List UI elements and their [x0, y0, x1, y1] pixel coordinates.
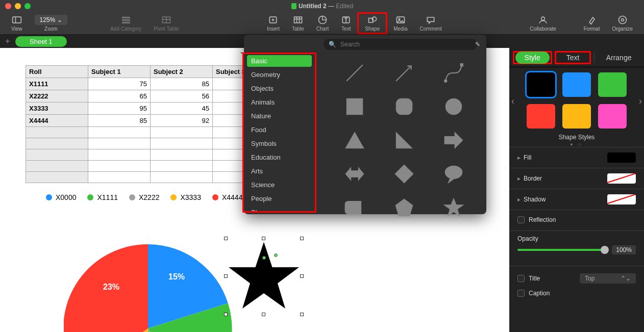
- shape-line[interactable]: [331, 57, 378, 89]
- shadow-row[interactable]: Shadow: [509, 189, 644, 210]
- shape-category-item[interactable]: People: [244, 192, 315, 206]
- shape-arrow[interactable]: [430, 124, 477, 156]
- next-style-icon[interactable]: ›: [639, 96, 642, 107]
- shape-right-triangle[interactable]: [380, 124, 428, 156]
- svg-point-33: [445, 98, 462, 115]
- shape-circle[interactable]: [430, 91, 477, 122]
- style-swatch[interactable]: [562, 72, 591, 97]
- shape-category-item[interactable]: Nature: [244, 109, 315, 123]
- svg-rect-31: [346, 98, 363, 115]
- add-category-button[interactable]: Add Category: [104, 14, 147, 33]
- star-shape[interactable]: [226, 238, 302, 315]
- fill-row[interactable]: Fill: [509, 147, 644, 168]
- svg-point-23: [541, 17, 545, 20]
- shape-star[interactable]: [430, 192, 477, 223]
- svg-marker-36: [444, 132, 463, 148]
- tab-style[interactable]: Style: [515, 52, 550, 64]
- table-row: X33339545: [26, 103, 275, 115]
- format-button[interactable]: Format: [578, 14, 606, 33]
- style-swatch[interactable]: [562, 104, 591, 129]
- comment-button[interactable]: Comment: [413, 14, 448, 33]
- shape-rounded-square[interactable]: [380, 91, 428, 122]
- table-row: X44448592: [26, 115, 275, 127]
- pie-chart[interactable]: 15% 20% 23%: [64, 244, 232, 332]
- shape-category-item[interactable]: Geometry: [244, 68, 315, 82]
- media-button[interactable]: Media: [387, 14, 413, 33]
- shape-category-item[interactable]: Arts: [244, 164, 315, 178]
- search-input[interactable]: [339, 40, 472, 48]
- fill-color-well[interactable]: [607, 152, 636, 163]
- shape-category-item[interactable]: Basic: [247, 55, 312, 67]
- close-window-icon[interactable]: [5, 3, 11, 9]
- svg-marker-41: [395, 199, 413, 216]
- shape-category-item[interactable]: Food: [244, 123, 315, 137]
- style-swatch[interactable]: [527, 104, 555, 129]
- shape-curve[interactable]: [430, 57, 477, 89]
- shape-button[interactable]: Shape: [357, 12, 387, 34]
- svg-marker-42: [444, 198, 463, 216]
- minimize-window-icon[interactable]: [15, 3, 21, 9]
- shape-triangle[interactable]: [331, 124, 378, 156]
- chart-button[interactable]: Chart: [310, 14, 335, 33]
- col-header[interactable]: Subject 2: [151, 66, 213, 78]
- svg-rect-3: [122, 17, 130, 18]
- table-row: X11117585: [26, 78, 275, 90]
- organize-button[interactable]: Organize: [606, 14, 639, 33]
- shadow-color-well[interactable]: [607, 194, 636, 205]
- svg-marker-26: [229, 242, 299, 309]
- data-table[interactable]: Roll Subject 1 Subject 2 Subject 3 X1111…: [26, 65, 275, 183]
- shape-pentagon[interactable]: [380, 192, 428, 223]
- style-swatch[interactable]: [598, 104, 627, 129]
- reflection-checkbox[interactable]: [517, 216, 525, 223]
- shape-category-item[interactable]: Science: [244, 178, 315, 192]
- shape-square[interactable]: [331, 91, 378, 122]
- svg-marker-34: [345, 132, 364, 148]
- title-position-select[interactable]: Top⌃⌄: [580, 273, 636, 284]
- draw-shape-icon[interactable]: ✎: [475, 41, 480, 48]
- maximize-window-icon[interactable]: [24, 3, 31, 9]
- zoom-menu[interactable]: 125%⌄ Zoom: [29, 14, 74, 33]
- col-header[interactable]: Roll: [26, 66, 88, 78]
- shape-search[interactable]: 🔍: [324, 39, 477, 50]
- view-button[interactable]: View: [5, 14, 29, 33]
- add-sheet-button[interactable]: +: [0, 37, 15, 46]
- sheet-tab[interactable]: Sheet 1: [15, 36, 67, 47]
- svg-point-29: [444, 80, 447, 82]
- chevron-down-icon: ⌄: [57, 16, 62, 23]
- pivot-table-button[interactable]: Pivot Table: [147, 14, 185, 33]
- format-inspector: Style Text Arrange ‹ › Shape Styles ● ○ …: [509, 48, 644, 332]
- col-header[interactable]: Subject 1: [88, 66, 151, 78]
- style-swatch[interactable]: [527, 72, 555, 97]
- opacity-value[interactable]: 100%: [612, 245, 636, 254]
- svg-marker-35: [396, 132, 412, 148]
- caption-checkbox[interactable]: [517, 290, 525, 297]
- border-color-well[interactable]: [607, 173, 636, 184]
- toolbar: View 125%⌄ Zoom Add Category Pivot Table…: [0, 12, 644, 35]
- prev-style-icon[interactable]: ‹: [511, 96, 514, 107]
- title-checkbox[interactable]: [517, 275, 525, 282]
- opacity-slider[interactable]: [517, 249, 608, 251]
- shape-speech-bubble[interactable]: [430, 158, 477, 190]
- shape-double-arrow[interactable]: [331, 158, 378, 190]
- collaborate-button[interactable]: Collaborate: [524, 14, 562, 33]
- style-swatch[interactable]: [598, 72, 627, 97]
- shape-arrow-line[interactable]: [380, 57, 428, 89]
- shape-grid: [316, 54, 486, 211]
- opacity-label: Opacity: [517, 235, 636, 242]
- tab-text[interactable]: Text: [557, 52, 589, 64]
- border-row[interactable]: Border: [509, 168, 644, 189]
- table-button[interactable]: Table: [286, 14, 310, 33]
- insert-button[interactable]: Insert: [261, 14, 286, 33]
- shape-category-item[interactable]: Animals: [244, 95, 315, 109]
- shape-category-item[interactable]: Education: [244, 150, 315, 164]
- shape-category-item[interactable]: Places: [244, 206, 315, 213]
- tab-arrange[interactable]: Arrange: [597, 52, 641, 64]
- shape-category-item[interactable]: Objects: [244, 82, 315, 95]
- shape-category-item[interactable]: Symbols: [244, 137, 315, 150]
- shape-diamond[interactable]: [380, 158, 428, 190]
- shape-rounded-tab[interactable]: [331, 192, 378, 223]
- table-row: X22226556: [26, 90, 275, 103]
- table-row: [26, 161, 275, 172]
- svg-rect-4: [122, 19, 130, 21]
- text-button[interactable]: T Text: [335, 14, 357, 33]
